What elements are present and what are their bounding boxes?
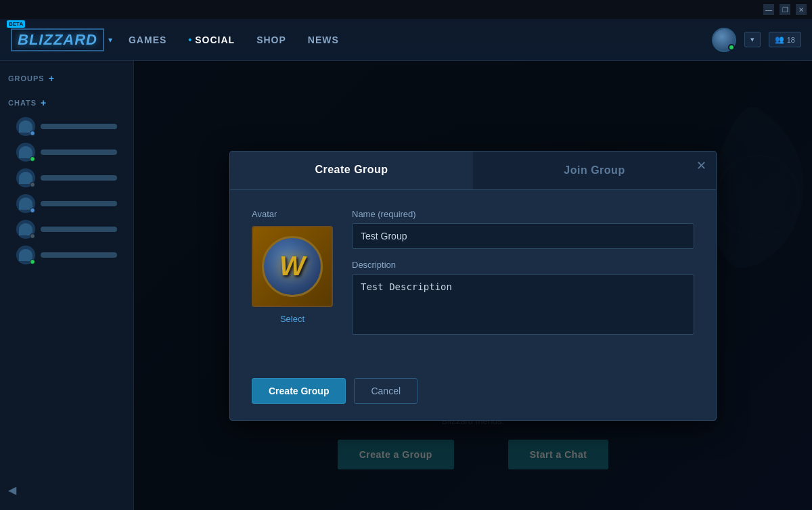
avatar-section: Avatar W Select [252, 209, 333, 335]
chat-name-bar [41, 124, 117, 129]
list-item[interactable] [8, 216, 125, 242]
list-item[interactable] [8, 191, 125, 216]
avatar-select-button[interactable]: Select [280, 314, 304, 324]
status-dot [30, 131, 35, 136]
main-content: between you and a ard games and apps, Bl… [134, 61, 812, 510]
status-dot [30, 156, 35, 162]
description-label: Description [352, 260, 694, 270]
status-dot [30, 208, 35, 213]
status-dot [30, 233, 35, 239]
form-section: Name (required) Description Test Descrip… [352, 209, 694, 335]
restore-button[interactable]: ❐ [780, 4, 790, 15]
modal-tabs: Create Group Join Group [230, 152, 716, 190]
group-name-input[interactable] [352, 223, 694, 249]
status-dot [30, 259, 35, 264]
avatar-image: W [252, 226, 333, 307]
add-group-button[interactable]: + [49, 73, 54, 84]
name-label: Name (required) [352, 209, 694, 219]
chats-label: CHATS [8, 99, 37, 107]
avatar [16, 168, 35, 187]
tab-join-group[interactable]: Join Group [473, 152, 716, 189]
cancel-button[interactable]: Cancel [354, 378, 418, 404]
friends-icon: 👥 [775, 35, 784, 44]
sidebar: GROUPS + CHATS + [0, 61, 134, 510]
modal-overlay: ✕ Create Group Join Group Avatar W [134, 61, 812, 510]
sidebar-collapse-button[interactable]: ◀ [8, 484, 16, 496]
close-button[interactable]: ✕ [796, 4, 807, 15]
list-item[interactable] [8, 139, 125, 165]
list-item[interactable] [8, 242, 125, 268]
avatar-label: Avatar [252, 209, 277, 219]
chats-title: CHATS + [8, 97, 125, 108]
groups-label: GROUPS [8, 74, 45, 83]
friends-count: 18 [787, 36, 795, 44]
chat-name-bar [41, 252, 117, 258]
tab-create-group[interactable]: Create Group [230, 152, 473, 189]
online-indicator [728, 44, 735, 51]
nav-item-social[interactable]: SOCIAL [188, 32, 235, 48]
main-layout: GROUPS + CHATS + [0, 61, 812, 510]
nav-item-news[interactable]: NEWS [308, 32, 339, 48]
avatar [16, 246, 35, 264]
logo-chevron-icon[interactable]: ▾ [108, 35, 112, 45]
modal-body: Avatar W Select Name (required) [230, 190, 716, 367]
chat-name-bar [41, 227, 117, 232]
nav-items: GAMES SOCIAL SHOP NEWS [129, 32, 712, 48]
groups-title: GROUPS + [8, 73, 125, 84]
nav-item-shop[interactable]: SHOP [256, 32, 286, 48]
beta-badge: BETA [7, 20, 25, 28]
topnav: BETA BLIZZARD ▾ GAMES SOCIAL SHOP NEWS ▾… [0, 19, 812, 61]
description-field-group: Description Test Description [352, 260, 694, 335]
status-dot [30, 182, 35, 187]
logo-area: BETA BLIZZARD ▾ [11, 28, 112, 51]
avatar [16, 220, 35, 239]
username-button[interactable]: ▾ [744, 32, 761, 47]
logo-text: BLIZZARD [11, 28, 104, 51]
minimize-button[interactable]: — [763, 4, 774, 15]
chat-name-bar [41, 175, 117, 181]
modal-close-button[interactable]: ✕ [696, 158, 706, 173]
friends-button[interactable]: 👥 18 [769, 32, 801, 47]
nav-right: ▾ 👥 18 [712, 28, 801, 52]
modal-footer: Create Group Cancel [230, 367, 716, 420]
chat-name-bar [41, 149, 117, 155]
titlebar: — ❐ ✕ [0, 0, 812, 19]
chat-name-bar [41, 201, 117, 206]
chats-section: CHATS + [0, 93, 133, 272]
avatar [16, 143, 35, 162]
group-description-input[interactable]: Test Description [352, 274, 694, 335]
form-row: Avatar W Select Name (required) [252, 209, 694, 335]
list-item[interactable] [8, 114, 125, 139]
create-group-modal: ✕ Create Group Join Group Avatar W [229, 151, 717, 421]
groups-section: GROUPS + [0, 69, 133, 93]
name-field-group: Name (required) [352, 209, 694, 249]
list-item[interactable] [8, 165, 125, 191]
add-chat-button[interactable]: + [41, 97, 46, 108]
user-avatar[interactable] [712, 28, 736, 52]
wow-logo: W [262, 236, 323, 297]
create-group-button[interactable]: Create Group [252, 378, 346, 404]
avatar [16, 194, 35, 213]
avatar [16, 117, 35, 136]
nav-item-games[interactable]: GAMES [129, 32, 166, 48]
